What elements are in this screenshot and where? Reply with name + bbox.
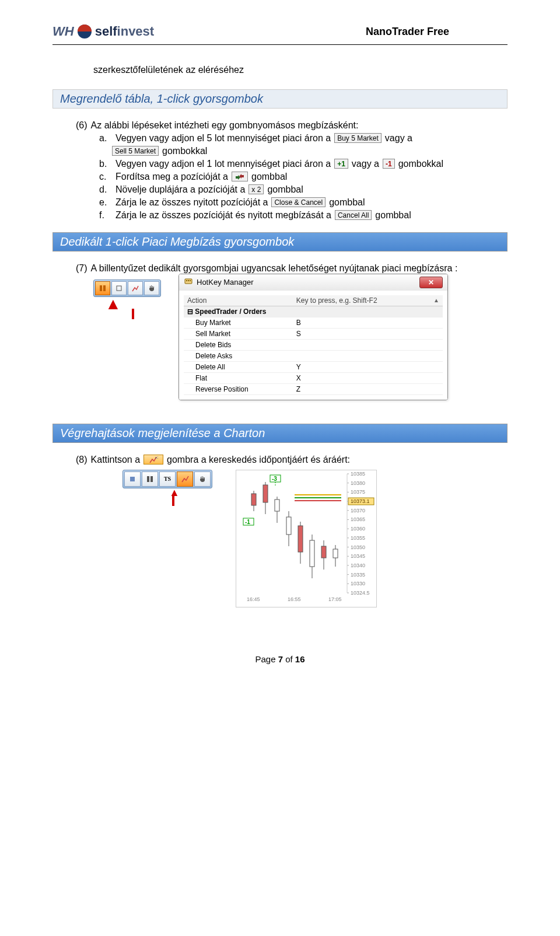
svg-text:10360: 10360 [351, 526, 365, 532]
svg-text:16:55: 16:55 [288, 596, 301, 602]
svg-text:10335: 10335 [351, 571, 365, 577]
page-header: WH selfinvest NanoTrader Free [52, 23, 508, 40]
chart-tool-1[interactable] [124, 472, 141, 487]
svg-rect-10 [147, 476, 149, 482]
hotkey-titlebar: HotKey Manager ✕ [179, 274, 447, 291]
hotkey-row[interactable]: Buy MarketB [184, 317, 443, 328]
header-divider [52, 44, 508, 45]
svg-rect-2 [103, 285, 106, 291]
close-cancel-button[interactable]: Close & Cancel [271, 197, 326, 207]
svg-text:10324.5: 10324.5 [351, 590, 370, 596]
svg-text:+1: +1 [155, 456, 158, 459]
svg-rect-58 [321, 546, 326, 558]
svg-text:10385: 10385 [351, 471, 365, 477]
svg-text:17:05: 17:05 [328, 596, 342, 602]
svg-text:10345: 10345 [351, 553, 365, 559]
hotkey-col-action: Action [184, 295, 293, 306]
svg-text:10355: 10355 [351, 535, 365, 540]
list-item-7: (7) A billentyűzet dedikált gyorsgombjai… [76, 263, 508, 274]
svg-rect-54 [298, 526, 303, 552]
chart-toolbar: TS [123, 470, 212, 488]
sub-item-f: f. Zárja le az összes pozícióját és nyit… [99, 210, 508, 221]
sub-item-a: a. Vegyen vagy adjon el 5 lot mennyisége… [99, 133, 508, 144]
svg-rect-46 [251, 494, 256, 505]
toolbar-btn-2[interactable] [111, 281, 127, 295]
logo: WH selfinvest [52, 23, 154, 40]
minus-1-button[interactable]: -1 [383, 159, 395, 169]
hotkey-app-icon [184, 277, 193, 288]
logo-globe-icon [76, 23, 93, 40]
price-chart: 10385103801037510373.1103701036510360103… [236, 470, 377, 607]
svg-rect-1 [100, 285, 102, 291]
hotkey-group-row[interactable]: ⊟ SpeedTrader / Orders [184, 306, 443, 317]
svg-rect-3 [117, 286, 121, 291]
list-item-6: (6) Az alábbi lépéseket intézheti egy go… [76, 120, 508, 131]
svg-text:10350: 10350 [351, 544, 365, 550]
hotkey-table: Action Key to press, e.g. Shift-F2▲ ⊟ Sp… [184, 295, 443, 395]
hotkey-row[interactable]: FlatX [184, 372, 443, 383]
hotkey-row[interactable]: Delete Bids [184, 339, 443, 350]
reverse-button[interactable] [232, 172, 248, 181]
svg-rect-7 [190, 280, 191, 281]
svg-text:-1: -1 [245, 519, 250, 525]
section-heading-2: Dedikált 1-click Piaci Megbízás gyorsgom… [52, 232, 508, 252]
cancel-all-button[interactable]: Cancel All [335, 210, 372, 220]
plus-1-button[interactable]: +1 [334, 159, 348, 169]
svg-rect-52 [286, 517, 291, 535]
intro-continuation: szerkesztőfelületének az eléréséhez [93, 62, 508, 78]
sell-5-market-button[interactable]: Sell 5 Market [112, 146, 159, 156]
sub-item-a-line2: Sell 5 Market gombokkal [112, 146, 508, 156]
logo-wh-text: WH [52, 24, 74, 39]
svg-text:10373.1: 10373.1 [351, 498, 370, 504]
item-7-text: A billentyűzet dedikált gyorsgombjai ugy… [91, 263, 458, 274]
hotkey-row[interactable]: Reverse PositionZ [184, 383, 443, 394]
item-8-number: (8) [76, 455, 88, 465]
svg-text:10370: 10370 [351, 507, 365, 513]
chart-tool-hand-icon[interactable] [194, 472, 211, 487]
toolbar-btn-1[interactable] [95, 281, 110, 295]
hotkey-manager-window: HotKey Manager ✕ Action Key to press, e.… [178, 274, 448, 400]
buy-5-market-button[interactable]: Buy 5 Market [334, 133, 382, 143]
item-6-text: Az alábbi lépéseket intézheti egy gombny… [91, 120, 359, 131]
close-button[interactable]: ✕ [419, 277, 443, 288]
sub-item-c: c. Fordítsa meg a pozícióját a gombbal [99, 172, 508, 182]
red-arrow-icon: ▲ [105, 299, 161, 320]
sub-item-e: e. Zárja le az összes nyitott pozícióját… [99, 197, 508, 208]
svg-rect-9 [130, 477, 135, 481]
svg-rect-56 [310, 540, 314, 567]
hotkey-col-key: Key to press, e.g. Shift-F2▲ [293, 295, 443, 306]
svg-rect-50 [275, 500, 279, 511]
x2-button[interactable]: x 2 [249, 184, 264, 194]
section-heading-3: Végrehajtások megjelenítése a Charton [52, 424, 508, 443]
toolbar-btn-hand-icon[interactable] [144, 281, 159, 295]
hotkey-row[interactable]: Delete AllY [184, 361, 443, 372]
svg-rect-6 [188, 280, 189, 281]
chart-tool-ts[interactable]: TS [159, 472, 176, 487]
svg-rect-48 [263, 485, 268, 502]
svg-text:10375: 10375 [351, 489, 365, 495]
hotkey-window-title: HotKey Manager [197, 278, 254, 287]
logo-selfinvest-text: selfinvest [95, 24, 155, 39]
document-title: NanoTrader Free [366, 26, 449, 38]
svg-text:10380: 10380 [351, 480, 365, 486]
svg-text:10330: 10330 [351, 581, 365, 586]
chart-tool-trade-icon[interactable] [177, 472, 193, 487]
sub-item-b: b. Vegyen vagy adjon el 1 lot mennyisége… [99, 159, 508, 169]
list-item-8: (8) Kattintson a +1 gombra a kereskedés … [76, 455, 508, 465]
svg-rect-60 [333, 549, 338, 558]
red-arrow-2-icon: ▲ [169, 490, 212, 507]
item-7-number: (7) [76, 263, 88, 274]
item-6-number: (6) [76, 120, 88, 131]
hotkey-row[interactable]: Delete Asks [184, 350, 443, 361]
svg-rect-11 [150, 476, 153, 482]
svg-text:-3: -3 [272, 476, 277, 482]
svg-rect-5 [186, 280, 187, 281]
scroll-up-icon[interactable]: ▲ [433, 297, 439, 303]
sub-item-d: d. Növelje duplájára a pozícióját a x 2 … [99, 184, 508, 195]
hotkey-row[interactable]: Sell MarketS [184, 328, 443, 339]
section-heading-1: Megrendelő tábla, 1-click gyorsgombok [52, 89, 508, 109]
svg-text:16:45: 16:45 [247, 596, 260, 602]
toolbar-btn-3[interactable] [128, 281, 143, 295]
chart-trade-icon-button[interactable]: +1 [144, 455, 163, 464]
chart-tool-2[interactable] [142, 472, 158, 487]
